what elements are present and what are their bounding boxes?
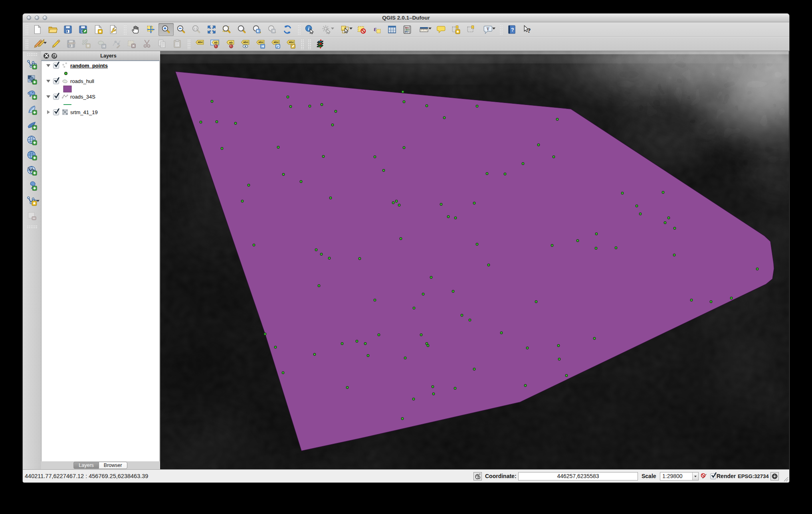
svg-text:abc: abc [289, 40, 294, 44]
save-project-as-button[interactable] [75, 23, 91, 36]
current-edits-button[interactable] [30, 38, 48, 50]
show-hide-labels-button[interactable]: abc [238, 38, 253, 50]
panel-close-button[interactable] [44, 53, 49, 59]
panel-tab-layers[interactable]: Layers [73, 462, 99, 469]
layer-name[interactable]: roads_34S [70, 94, 95, 100]
select-by-expression-icon: ε [372, 24, 382, 35]
measure-line-button[interactable] [415, 23, 433, 36]
toggle-extents-display-button[interactable] [473, 472, 482, 480]
layer-name[interactable]: srtm_41_19 [70, 109, 98, 115]
move-label-button[interactable]: abc [253, 38, 268, 50]
panel-tab-browser[interactable]: Browser [99, 462, 127, 469]
show-bookmarks-button[interactable] [463, 23, 479, 36]
toggle-editing-button[interactable] [48, 38, 63, 50]
layer-visibility-checkbox[interactable] [53, 109, 59, 115]
map-svg [160, 51, 789, 469]
toggle-editing-icon [51, 39, 61, 49]
cut-features-icon [142, 39, 152, 49]
open-project-button[interactable] [45, 23, 60, 36]
rotate-label-button[interactable]: abc [268, 38, 283, 50]
remove-layer-button [25, 209, 39, 223]
scale-dropdown-arrow[interactable] [692, 472, 698, 480]
zoom-full-button[interactable] [204, 23, 219, 36]
copy-features-icon [157, 39, 167, 49]
resize-grip[interactable] [783, 476, 788, 482]
pin-labels-button[interactable]: ab [222, 38, 238, 50]
zoom-to-layer-button[interactable] [234, 23, 250, 36]
add-mssql-layer-button[interactable] [25, 118, 39, 132]
panel-float-button[interactable] [51, 53, 57, 59]
add-raster-layer-button[interactable] [25, 73, 39, 86]
toolbar-handle [308, 39, 311, 49]
measure-line-icon [419, 24, 429, 35]
layer-name[interactable]: roads_hull [70, 78, 94, 84]
toolbar-file-map-nav: 1:1iεT?? [23, 22, 789, 37]
map-canvas[interactable] [160, 51, 789, 469]
labeling-options-button[interactable]: ab [207, 38, 222, 50]
refresh-map-button[interactable] [280, 23, 295, 36]
add-vector-layer-button[interactable] [25, 57, 39, 71]
stop-render-button[interactable] [700, 472, 708, 480]
new-project-button[interactable] [30, 23, 45, 36]
map-tips-button[interactable] [433, 23, 448, 36]
add-wfs-layer-button[interactable] [25, 164, 39, 177]
save-project-button[interactable] [60, 23, 75, 36]
new-composer-button[interactable] [91, 23, 106, 36]
expand-toggle[interactable] [44, 110, 53, 114]
field-calculator-button[interactable] [400, 23, 415, 36]
change-label-button[interactable]: abc [283, 38, 298, 50]
layer-stack-pin-button[interactable] [313, 38, 328, 50]
layer-type-point-icon [61, 62, 69, 69]
deselect-features-button[interactable] [354, 23, 369, 36]
layer-name[interactable]: random_points [70, 63, 108, 69]
add-spatialite-layer-button[interactable] [25, 103, 39, 117]
layer-visibility-checkbox[interactable] [53, 78, 59, 84]
toolbar-handle [301, 39, 304, 49]
open-attribute-table-icon [387, 24, 397, 35]
pan-to-selection-button[interactable] [143, 23, 158, 36]
layer-row-srtm_41_19[interactable]: srtm_41_19 [42, 108, 159, 116]
titlebar[interactable]: QGIS 2.0.1–Dufour [23, 14, 789, 22]
change-label-icon: abc [285, 39, 296, 49]
statusbar: 440211.77,6227467.12 : 456769.25,6238463… [23, 469, 789, 482]
svg-text:ε: ε [374, 25, 376, 32]
scale-combo[interactable]: 1:29800 [660, 472, 699, 480]
coordinate-input[interactable] [518, 472, 638, 480]
layer-row-roads_34S[interactable]: roads_34S [42, 93, 159, 101]
collapse-toggle[interactable] [44, 80, 53, 83]
layer-row-random_points[interactable]: random_points [42, 61, 159, 69]
identify-features-button[interactable]: i [302, 23, 317, 36]
new-shapefile-layer-button[interactable] [25, 194, 39, 208]
layer-row-roads_hull[interactable]: roads_hull [42, 77, 159, 85]
new-bookmark-button[interactable] [448, 23, 463, 36]
collapse-toggle[interactable] [44, 64, 53, 67]
open-attribute-table-button[interactable] [384, 23, 400, 36]
pan-map-button[interactable] [128, 23, 143, 36]
zoom-out-button[interactable] [174, 23, 189, 36]
close-icon [45, 54, 48, 57]
layer-visibility-checkbox[interactable] [53, 63, 59, 69]
save-project-icon [63, 24, 73, 35]
triangle-down-icon [46, 95, 50, 98]
save-layer-edits-button [63, 38, 79, 50]
collapse-toggle[interactable] [44, 95, 53, 98]
select-by-expression-button[interactable]: ε [369, 23, 384, 36]
add-oracle-layer-button[interactable] [25, 179, 39, 192]
select-features-button[interactable] [336, 23, 354, 36]
render-checkbox[interactable] [710, 473, 716, 479]
zoom-in-button[interactable] [158, 23, 174, 36]
whats-this-button[interactable]: ? [519, 23, 535, 36]
show-bookmarks-icon [466, 24, 476, 35]
add-oracle-layer-icon [26, 180, 38, 191]
labeling-button[interactable]: abc [192, 38, 207, 50]
add-postgis-layer-button[interactable] [25, 88, 39, 101]
zoom-to-selection-button[interactable] [219, 23, 234, 36]
help-contents-button[interactable]: ? [504, 23, 519, 36]
composer-manager-button[interactable] [106, 23, 121, 36]
add-wcs-layer-button[interactable] [25, 148, 39, 162]
zoom-last-button[interactable] [250, 23, 265, 36]
add-wms-layer-button[interactable] [25, 133, 39, 147]
text-annotation-button[interactable]: T [479, 23, 497, 36]
crs-status-button[interactable] [770, 472, 779, 480]
layer-visibility-checkbox[interactable] [53, 94, 59, 100]
